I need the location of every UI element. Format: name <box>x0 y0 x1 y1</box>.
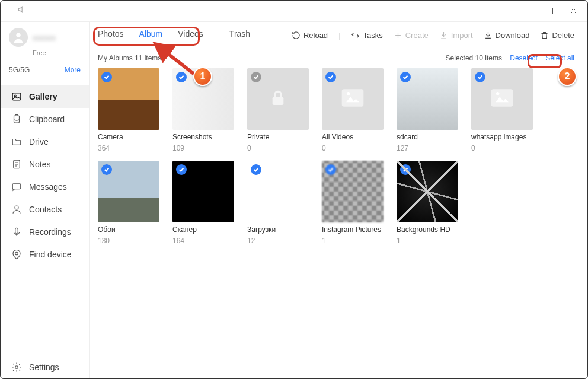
user-plan: Free <box>1 49 89 56</box>
album-thumb[interactable] <box>397 161 458 222</box>
svg-point-9 <box>15 252 18 255</box>
album-item[interactable]: Backgrounds HD1 <box>397 161 458 245</box>
settings-label: Settings <box>29 362 59 372</box>
image-placeholder-icon <box>489 85 515 113</box>
check-icon <box>101 72 112 82</box>
album-thumb[interactable] <box>172 161 234 222</box>
album-name: Сканер <box>172 225 234 234</box>
check-icon <box>251 164 261 175</box>
sidebar-item-find-device[interactable]: Find device <box>1 243 89 266</box>
svg-rect-14 <box>491 89 513 106</box>
album-name: sdcard <box>397 133 458 141</box>
album-thumb[interactable] <box>172 68 234 130</box>
sound-icon <box>17 5 25 16</box>
album-name: Обои <box>98 225 159 234</box>
sidebar-item-contacts[interactable]: Contacts <box>1 198 89 221</box>
album-count: 0 <box>247 144 309 152</box>
sidebar-item-notes[interactable]: Notes <box>1 153 89 176</box>
sidebar-item-messages[interactable]: Messages <box>1 176 89 198</box>
image-placeholder-icon <box>340 85 366 113</box>
svg-point-15 <box>496 92 500 95</box>
toolbar: Reload | Tasks Create Import Downloa <box>292 31 574 40</box>
check-icon <box>176 164 187 175</box>
download-button[interactable]: Download <box>484 31 530 40</box>
album-item[interactable]: All Videos0 <box>322 68 384 152</box>
content: PhotosAlbumVideosTrash Reload | Tasks Cr… <box>90 22 587 378</box>
album-item[interactable]: Сканер164 <box>172 161 234 245</box>
tab-videos[interactable]: Videos <box>178 29 203 41</box>
album-thumb[interactable] <box>397 68 458 130</box>
album-thumb[interactable] <box>471 68 533 130</box>
tab-album[interactable]: Album <box>139 29 163 41</box>
album-count: 0 <box>471 144 533 152</box>
svg-rect-0 <box>547 8 552 14</box>
tasks-button[interactable]: Tasks <box>351 31 382 40</box>
sidebar-item-settings[interactable]: Settings <box>1 356 89 378</box>
storage-more-link[interactable]: More <box>65 66 81 74</box>
album-count: 127 <box>397 144 458 152</box>
maximize-button[interactable] <box>538 3 561 20</box>
album-name: Camera <box>98 133 159 141</box>
album-thumb[interactable] <box>322 161 384 222</box>
album-thumb[interactable] <box>247 161 309 222</box>
album-item[interactable]: Screenshots109 <box>172 68 234 152</box>
sidebar: xxxxxx Free 5G/5G More GalleryClipboardD… <box>1 22 90 378</box>
svg-point-1 <box>16 33 20 37</box>
album-count: 164 <box>172 237 234 245</box>
svg-rect-2 <box>12 93 21 100</box>
svg-rect-6 <box>12 184 21 189</box>
album-count: 109 <box>172 144 234 152</box>
delete-button[interactable]: Delete <box>540 31 574 40</box>
svg-point-10 <box>15 366 18 369</box>
selection-info: Selected 10 items Deselect Select all <box>446 54 574 62</box>
lock-icon <box>269 88 287 110</box>
album-item[interactable]: Загрузки12 <box>247 161 309 245</box>
tab-trash[interactable]: Trash <box>229 29 250 41</box>
select-all-link[interactable]: Select all <box>545 54 574 62</box>
minimize-button[interactable] <box>514 3 538 20</box>
reload-button[interactable]: Reload <box>292 31 328 40</box>
album-thumb[interactable] <box>98 161 159 222</box>
sidebar-item-gallery[interactable]: Gallery <box>1 85 89 108</box>
albums-summary: My Albums 11 items <box>98 54 161 62</box>
deselect-link[interactable]: Deselect <box>510 54 538 62</box>
check-icon <box>251 72 261 82</box>
album-thumb[interactable] <box>98 68 159 130</box>
album-item[interactable]: Private0 <box>247 68 309 152</box>
sidebar-item-recordings[interactable]: Recordings <box>1 221 89 243</box>
album-name: Private <box>247 133 309 141</box>
sidebar-item-drive[interactable]: Drive <box>1 130 89 153</box>
album-count: 0 <box>322 144 384 152</box>
check-icon <box>400 72 411 82</box>
album-thumb[interactable] <box>322 68 384 130</box>
check-icon <box>325 164 336 175</box>
album-name: Backgrounds HD <box>397 225 458 234</box>
album-thumb[interactable] <box>247 68 309 130</box>
svg-rect-12 <box>342 89 364 106</box>
svg-rect-11 <box>273 97 284 105</box>
album-item[interactable]: Обои130 <box>98 161 159 245</box>
svg-point-7 <box>15 206 18 209</box>
user-row[interactable]: xxxxxx <box>1 28 89 50</box>
svg-rect-4 <box>14 116 20 123</box>
album-count: 1 <box>397 237 458 245</box>
close-button[interactable] <box>561 3 585 20</box>
album-item[interactable]: whatsapp images0 <box>471 68 533 152</box>
album-item[interactable]: Instagram Pictures1 <box>322 161 384 245</box>
storage-bar <box>9 77 81 77</box>
album-name: All Videos <box>322 133 384 141</box>
import-button[interactable]: Import <box>439 31 473 40</box>
tabs-row: PhotosAlbumVideosTrash Reload | Tasks Cr… <box>98 29 574 41</box>
avatar <box>9 28 28 47</box>
sidebar-item-clipboard[interactable]: Clipboard <box>1 108 89 130</box>
svg-rect-8 <box>15 228 18 233</box>
tabs: PhotosAlbumVideosTrash <box>98 29 250 41</box>
album-count: 130 <box>98 237 159 245</box>
tab-photos[interactable]: Photos <box>98 29 124 41</box>
check-icon <box>176 72 187 82</box>
storage-row: 5G/5G More <box>1 62 89 77</box>
album-item[interactable]: sdcard127 <box>397 68 458 152</box>
album-count: 1 <box>322 237 384 245</box>
album-item[interactable]: Camera364 <box>98 68 159 152</box>
create-button[interactable]: Create <box>394 31 429 40</box>
